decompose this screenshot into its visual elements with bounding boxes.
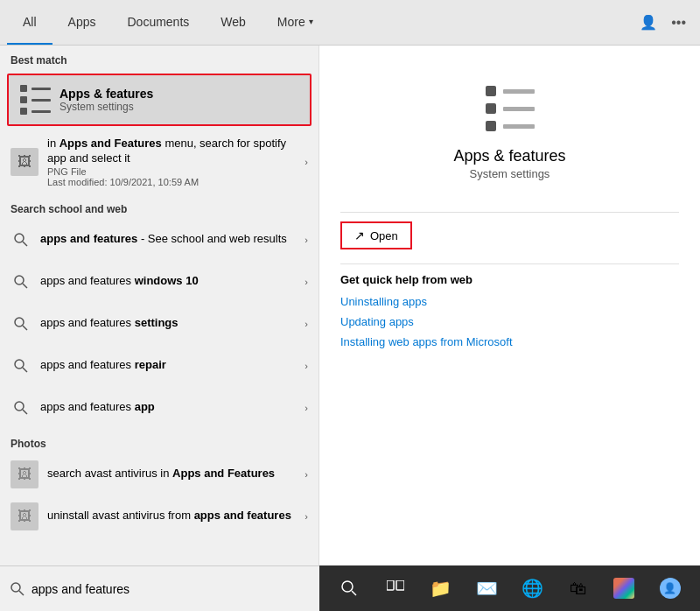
web-search-title-2: apps and features settings (40, 316, 301, 331)
web-search-title-1: apps and features windows 10 (40, 274, 301, 289)
taskbar-profile-icon[interactable]: 👤 (656, 574, 684, 602)
svg-point-12 (342, 581, 353, 592)
web-search-title-3: apps and features repair (40, 358, 301, 373)
best-match-item[interactable]: Apps & features System settings (7, 74, 312, 126)
chevron-right-icon-0: › (304, 235, 308, 245)
document-result-item[interactable]: 🖼 in Apps and Features menu, search for … (0, 130, 318, 194)
quick-link-0[interactable]: Uninstalling apps (340, 295, 679, 308)
taskbar-explorer-icon[interactable]: 📁 (427, 574, 455, 602)
app-preview-title: Apps & features (453, 147, 565, 165)
svg-point-4 (15, 318, 24, 327)
taskbar-search-icon[interactable] (335, 574, 363, 602)
web-search-item-3[interactable]: apps and features repair › (0, 345, 318, 387)
apps-features-icon (19, 84, 51, 116)
chevron-right-icon: › (304, 157, 308, 167)
open-icon: ↗ (354, 228, 365, 242)
photos-label: Photos (0, 429, 318, 453)
svg-line-11 (19, 591, 24, 595)
document-result-title: in Apps and Features menu, search for sp… (47, 137, 301, 166)
tab-apps[interactable]: Apps (52, 0, 112, 45)
photos-content-0: search avast antivirus in Apps and Featu… (47, 467, 301, 481)
chevron-right-icon-p1: › (304, 511, 308, 522)
taskbar-taskview-icon[interactable] (382, 574, 410, 602)
chevron-right-icon-2: › (304, 319, 308, 329)
app-preview-icon (482, 81, 538, 137)
taskbar-store-icon[interactable]: 🛍 (564, 574, 592, 602)
quick-help-title: Get quick help from web (340, 273, 679, 286)
search-icon-0 (10, 229, 32, 250)
web-search-item-4[interactable]: apps and features app › (0, 387, 318, 429)
document-result-content: in Apps and Features menu, search for sp… (47, 137, 301, 187)
taskbar-color-icon[interactable] (610, 574, 638, 602)
tab-apps-label: Apps (68, 15, 96, 29)
web-search-title-0: apps and features - See school and web r… (40, 232, 301, 247)
tab-all[interactable]: All (7, 0, 52, 45)
svg-point-6 (15, 360, 24, 369)
svg-line-5 (23, 326, 27, 330)
tab-documents[interactable]: Documents (111, 0, 205, 45)
document-result-sub2: Last modified: 10/9/2021, 10:59 AM (47, 177, 301, 187)
open-label: Open (370, 229, 398, 242)
chevron-right-icon-p0: › (304, 469, 308, 480)
best-match-text: Apps & features System settings (60, 87, 153, 113)
search-icon-1 (10, 271, 32, 292)
app-preview-subtitle: System settings (470, 167, 550, 180)
search-school-label: Search school and web (0, 194, 318, 219)
svg-line-9 (23, 410, 27, 414)
search-icon-2 (10, 313, 32, 334)
main-layout: Best match (0, 46, 700, 565)
web-search-item-1[interactable]: apps and features windows 10 › (0, 261, 318, 303)
search-bar (0, 565, 319, 611)
tab-all-label: All (23, 15, 37, 29)
search-icon-4 (10, 397, 32, 418)
web-search-item-0[interactable]: apps and features - See school and web r… (0, 219, 318, 261)
svg-line-3 (23, 284, 27, 288)
web-search-content-1: apps and features windows 10 (40, 274, 301, 289)
quick-link-1[interactable]: Updating apps (340, 315, 679, 328)
svg-rect-15 (396, 580, 404, 590)
tab-bar: All Apps Documents Web More ▾ 👤 ••• (0, 0, 700, 46)
photos-title-0: search avast antivirus in Apps and Featu… (47, 467, 301, 481)
divider-top (340, 212, 679, 213)
more-options-icon[interactable]: ••• (671, 15, 686, 31)
tab-bar-left: All Apps Documents Web More ▾ (7, 0, 329, 45)
left-panel: Best match (0, 46, 319, 565)
tab-more[interactable]: More ▾ (262, 0, 329, 45)
app-preview: Apps & features System settings (340, 63, 679, 203)
best-match-title: Apps & features (60, 87, 153, 101)
best-match-label: Best match (0, 46, 318, 70)
web-search-content-3: apps and features repair (40, 358, 301, 373)
quick-link-2[interactable]: Installing web apps from Microsoft (340, 335, 679, 348)
svg-rect-14 (387, 580, 394, 590)
web-search-content-4: apps and features app (40, 400, 301, 415)
svg-point-10 (11, 583, 20, 592)
search-icon-3 (10, 355, 32, 376)
web-search-item-2[interactable]: apps and features settings › (0, 303, 318, 345)
taskbar: 📁 ✉️ 🌐 🛍 👤 (319, 565, 700, 611)
taskbar-mail-icon[interactable]: ✉️ (472, 574, 500, 602)
svg-line-1 (23, 242, 27, 246)
svg-point-2 (15, 276, 24, 284)
search-bar-icon (10, 582, 24, 596)
photos-item-1[interactable]: 🖼 uninstall avast antivirus from apps an… (0, 495, 318, 537)
chevron-right-icon-1: › (304, 277, 308, 287)
chevron-right-icon-3: › (304, 361, 308, 371)
web-search-title-4: apps and features app (40, 400, 301, 415)
open-button[interactable]: ↗ Open (340, 221, 412, 249)
svg-line-13 (352, 591, 356, 595)
user-icon[interactable]: 👤 (640, 14, 657, 31)
tab-web[interactable]: Web (205, 0, 262, 45)
svg-point-0 (15, 234, 24, 242)
search-input[interactable] (32, 582, 309, 596)
photos-content-1: uninstall avast antivirus from apps and … (47, 509, 301, 523)
web-search-content-2: apps and features settings (40, 316, 301, 331)
chevron-right-icon-4: › (304, 403, 308, 413)
chevron-down-icon: ▾ (309, 17, 313, 26)
svg-point-8 (15, 402, 24, 411)
tab-web-label: Web (220, 15, 246, 29)
taskbar-edge-icon[interactable]: 🌐 (519, 574, 547, 602)
tab-documents-label: Documents (127, 15, 189, 29)
photos-item-0[interactable]: 🖼 search avast antivirus in Apps and Fea… (0, 453, 318, 495)
tab-bar-right: 👤 ••• (640, 14, 693, 31)
open-button-wrapper: ↗ Open (340, 221, 679, 249)
